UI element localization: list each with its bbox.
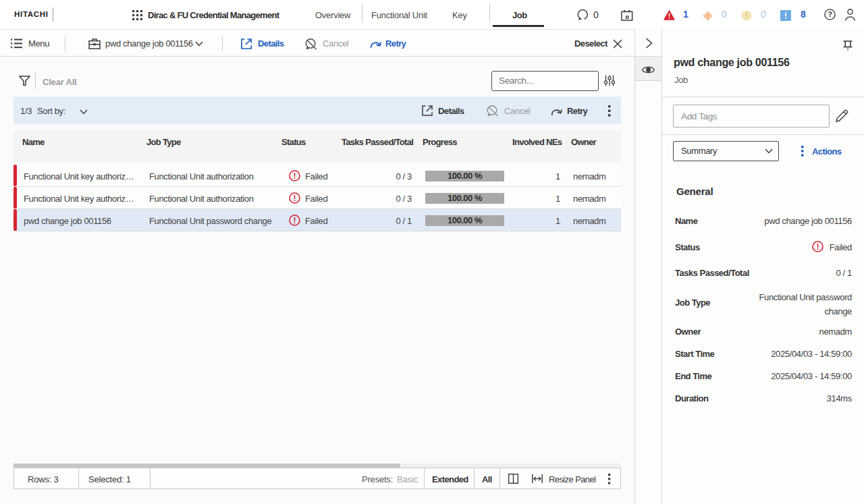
svg-text:?: ?: [828, 10, 832, 18]
